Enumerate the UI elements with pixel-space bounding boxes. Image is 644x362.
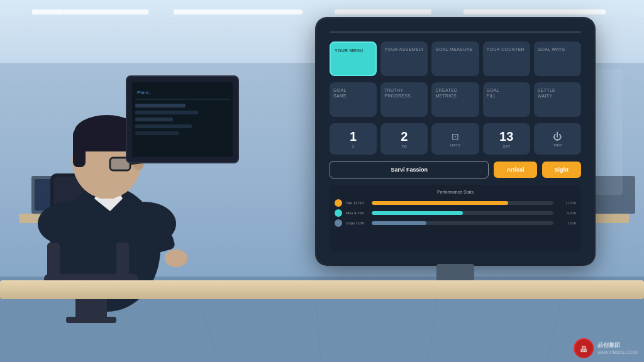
card-your-assembly[interactable]: Your Assembly (380, 41, 428, 76)
chart-icon-copy (335, 219, 342, 227)
dashboard-top-line (330, 31, 581, 33)
card-your-assembly-title: Your Assembly (384, 47, 424, 52)
chart-title: Performance Stats (335, 190, 576, 194)
stat-3-icon: ⊡ (452, 131, 459, 141)
chart-icon-plus (335, 209, 342, 217)
card-goal-same[interactable]: GoalSame (330, 82, 377, 117)
main-monitor: Your Menu Your Assembly Goal Measure You… (317, 19, 594, 289)
stat-3: ⊡ Days (431, 123, 479, 155)
stat-3-label: Days (450, 143, 460, 147)
watermark-text-group: 品创集团 www.PBIDS.COM (597, 341, 638, 355)
svg-rect-56 (135, 124, 192, 128)
chart-area: Performance Stats Tier 11710 11710 Plus … (330, 185, 581, 251)
sec-monitor-screen: Phint... (132, 82, 233, 157)
svg-rect-57 (135, 131, 179, 135)
stat-1: 1 2 (330, 123, 377, 155)
card-settle-waity[interactable]: SettleWaity (534, 82, 581, 117)
chart-bar-bg-tier (372, 201, 553, 205)
card-your-menu-title: Your Menu (335, 48, 372, 53)
monitor-frame: Your Menu Your Assembly Goal Measure You… (317, 19, 594, 264)
card-goal-same-title: GoalSame (333, 87, 373, 99)
svg-rect-54 (135, 111, 198, 114)
card-goal-measure-title: Goal Measure (435, 47, 475, 52)
card-goal-measure[interactable]: Goal Measure (431, 41, 479, 76)
sight-button[interactable]: Sight (542, 162, 582, 178)
chart-bar-plus: Plus 4,700 4,700 (335, 209, 576, 217)
card-truthy-progress-title: TruthyProgress (384, 87, 424, 99)
cards-row-2: GoalSame TruthyProgress CreatedMetrics G… (330, 82, 581, 117)
stat-4-label: Sat (503, 145, 510, 148)
chart-bar-fill-plus (372, 211, 463, 215)
brand-logo: 品 (574, 338, 594, 358)
svg-rect-49 (66, 317, 116, 323)
watermark-url: www.PBIDS.COM (597, 349, 638, 355)
stat-1-sub: 2 (352, 145, 354, 148)
svg-rect-55 (135, 118, 173, 121)
stat-5-icon: ⏻ (553, 131, 562, 141)
secondary-monitor: Phint... (126, 75, 239, 163)
stat-2-label: FQ (402, 145, 407, 148)
svg-text:品: 品 (580, 346, 587, 353)
svg-point-31 (38, 202, 101, 246)
brand-logo-svg: 品 (575, 339, 592, 357)
svg-point-44 (165, 250, 187, 267)
card-created-metrics[interactable]: CreatedMetrics (431, 82, 479, 117)
card-goal-ways-title: Goal Ways (538, 47, 577, 52)
card-your-menu[interactable]: Your Menu (330, 41, 377, 76)
artical-button[interactable]: Artical (494, 162, 536, 178)
watermark: 品 品创集团 www.PBIDS.COM (574, 338, 638, 358)
chart-bar-bg-copy (372, 221, 553, 225)
chart-value-tier: 11710 (557, 201, 576, 205)
background-scene: Phint... Your Menu Your Assem (0, 0, 644, 362)
svg-text:Phint...: Phint... (137, 90, 153, 96)
stat-5-label: Trip (553, 143, 562, 147)
chart-value-copy: 1100 (557, 221, 576, 225)
chart-value-plus: 4,700 (557, 211, 576, 215)
buttons-row: Sarvi Fassion Artical Sight (330, 161, 581, 178)
card-goal-ways[interactable]: Goal Ways (534, 41, 581, 76)
sarvi-fassion-button[interactable]: Sarvi Fassion (330, 161, 489, 178)
stat-4-number: 13 (499, 130, 513, 143)
card-goal-fill-title: GoalFill (487, 87, 526, 99)
stat-5: ⏻ Trip (534, 123, 581, 155)
chart-bar-fill-copy (372, 221, 426, 225)
stat-1-number: 1 (350, 130, 357, 143)
dashboard: Your Menu Your Assembly Goal Measure You… (330, 31, 581, 251)
svg-rect-38 (73, 129, 86, 167)
chart-label-tier: Tier 11710 (346, 201, 368, 205)
card-settle-waity-title: SettleWaity (538, 87, 577, 99)
card-created-metrics-title: CreatedMetrics (435, 87, 475, 99)
chart-label-plus: Plus 4,700 (346, 211, 368, 215)
card-truthy-progress[interactable]: TruthyProgress (380, 82, 428, 117)
stat-4: 13 Sat (483, 123, 530, 155)
chart-icon-tier (335, 199, 342, 207)
stat-2: 2 FQ (380, 123, 428, 155)
stats-row: 1 2 2 FQ ⊡ Days 13 Sat (330, 123, 581, 155)
desk-surface (0, 280, 644, 299)
watermark-brand: 品创集团 (597, 341, 638, 349)
card-your-counter-title: Your Counter (487, 47, 526, 52)
card-your-counter[interactable]: Your Counter (483, 41, 530, 76)
chart-bar-bg-plus (372, 211, 553, 215)
stat-2-number: 2 (401, 130, 408, 143)
chart-bar-copy: Copy 1100 1100 (335, 219, 576, 227)
card-goal-fill[interactable]: GoalFill (483, 82, 530, 117)
chart-bar-fill-tier (372, 201, 508, 205)
chart-bar-tier: Tier 11710 11710 (335, 199, 576, 207)
svg-rect-53 (135, 104, 186, 107)
chart-label-copy: Copy 1100 (346, 221, 368, 225)
cards-row-1: Your Menu Your Assembly Goal Measure You… (330, 41, 581, 76)
